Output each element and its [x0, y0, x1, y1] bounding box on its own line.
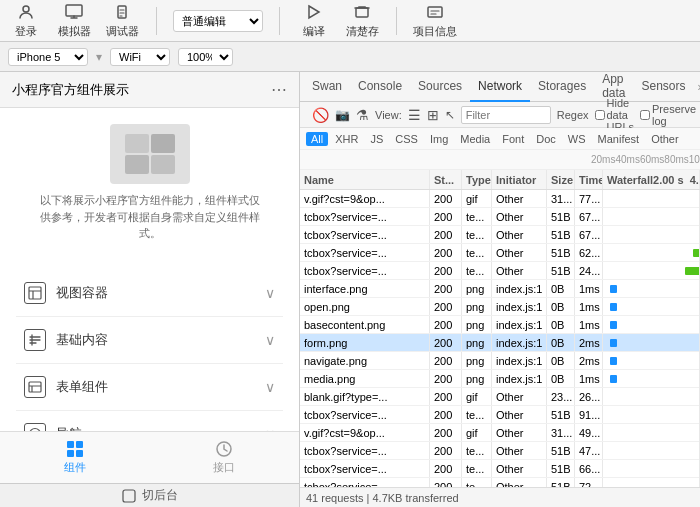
cell-type: te...	[462, 208, 492, 225]
header-status: St...	[430, 170, 462, 189]
toolbar-clear[interactable]: 清楚存	[344, 2, 380, 39]
cell-time: 67...	[575, 208, 603, 225]
table-row[interactable]: tcbox?service=... 200 te... Other 51B 24…	[300, 262, 700, 280]
header-type: Type	[462, 170, 492, 189]
menu-item-view-container[interactable]: 视图容器 ∨	[16, 270, 283, 317]
menu-item-form[interactable]: 表单组件 ∨	[16, 364, 283, 411]
table-row[interactable]: tcbox?service=... 200 te... Other 51B 67…	[300, 208, 700, 226]
table-row[interactable]: basecontent.png 200 png index.js:1 0B 1m…	[300, 316, 700, 334]
table-row[interactable]: open.png 200 png index.js:1 0B 1ms	[300, 298, 700, 316]
table-row[interactable]: tcbox?service=... 200 te... Other 51B 47…	[300, 442, 700, 460]
devtools-tab-bar: Swan Console Sources Network Storages Ap…	[300, 72, 700, 102]
table-row[interactable]: tcbox?service=... 200 te... Other 51B 91…	[300, 406, 700, 424]
header-initiator: Initiator	[492, 170, 547, 189]
table-row[interactable]: media.png 200 png index.js:1 0B 1ms	[300, 370, 700, 388]
table-row[interactable]: v.gif?cst=9&op... 200 gif Other 31... 77…	[300, 190, 700, 208]
filter-tab-ws[interactable]: WS	[563, 132, 591, 146]
debug-icon	[112, 2, 132, 22]
table-row[interactable]: tcbox?service=... 200 te... Other 51B 66…	[300, 460, 700, 478]
network-filter-input[interactable]	[461, 106, 551, 124]
cell-initiator: index.js:1	[492, 370, 547, 387]
table-row[interactable]: tcbox?service=... 200 te... Other 51B 67…	[300, 226, 700, 244]
cell-waterfall	[603, 442, 700, 460]
cell-waterfall	[603, 478, 700, 488]
cell-time: 66...	[575, 460, 603, 477]
tab-expander[interactable]: »	[694, 80, 700, 94]
tab-network[interactable]: Network	[470, 72, 530, 102]
filter-tab-xhr[interactable]: XHR	[330, 132, 363, 146]
filter-tab-css[interactable]: CSS	[390, 132, 423, 146]
cell-type: te...	[462, 406, 492, 423]
header-waterfall: Waterfall 2.00 s 4...	[603, 170, 700, 189]
tab-sources[interactable]: Sources	[410, 72, 470, 102]
cell-status: 200	[430, 244, 462, 261]
cell-waterfall	[603, 424, 700, 442]
list-view-icon[interactable]: ☰	[408, 107, 421, 123]
filter-button[interactable]: ⚗	[356, 107, 369, 123]
monitor-icon	[64, 2, 84, 22]
toolbar-sep-3	[396, 7, 397, 35]
table-row[interactable]: tcbox?service=... 200 te... Other 51B 62…	[300, 244, 700, 262]
tab-sensors[interactable]: Sensors	[634, 72, 694, 102]
table-row[interactable]: blank.gif?type=... 200 gif Other 23... 2…	[300, 388, 700, 406]
tab-storages[interactable]: Storages	[530, 72, 594, 102]
table-row[interactable]: form.png 200 png index.js:1 0B 2ms	[300, 334, 700, 352]
zoom-select[interactable]: 100%	[178, 48, 233, 66]
svg-marker-3	[309, 6, 319, 18]
cell-waterfall	[603, 280, 700, 298]
sim-placeholder: 以下将展示小程序官方组件能力，组件样式仅供参考，开发者可根据自身需求自定义组件样…	[16, 124, 283, 258]
cell-name: tcbox?service=...	[300, 226, 430, 243]
menu-item-basic-content[interactable]: 基础内容 ∨	[16, 317, 283, 364]
camera-icon: 📷	[335, 108, 350, 122]
tab-interface[interactable]: 接口	[150, 436, 300, 479]
clear-icon	[352, 2, 372, 22]
cell-size: 51B	[547, 406, 575, 423]
preserve-log-check[interactable]: Preserve log	[640, 103, 696, 127]
table-row[interactable]: navigate.png 200 png index.js:1 0B 2ms	[300, 352, 700, 370]
cell-status: 200	[430, 334, 462, 351]
bottom-status-label: 切后台	[142, 487, 178, 504]
tab-console[interactable]: Console	[350, 72, 410, 102]
network-select[interactable]: WiFi	[110, 48, 170, 66]
cell-type: gif	[462, 190, 492, 207]
filter-tab-all[interactable]: All	[306, 132, 328, 146]
network-rows-container: v.gif?cst=9&op... 200 gif Other 31... 77…	[300, 190, 700, 487]
view-container-icon	[24, 282, 46, 304]
cell-waterfall	[603, 190, 700, 208]
toolbar-sep-2	[279, 7, 280, 35]
table-row[interactable]: v.gif?cst=9&op... 200 gif Other 31... 49…	[300, 424, 700, 442]
toolbar-debugger[interactable]: 调试器	[104, 2, 140, 39]
cell-status: 200	[430, 352, 462, 369]
edit-mode-select[interactable]: 普通编辑	[173, 10, 263, 32]
tab-components[interactable]: 组件	[0, 436, 150, 479]
filter-tab-font[interactable]: Font	[497, 132, 529, 146]
svg-point-0	[23, 6, 29, 12]
filter-tab-js[interactable]: JS	[365, 132, 388, 146]
filter-tab-other[interactable]: Other	[646, 132, 684, 146]
filter-tab-media[interactable]: Media	[455, 132, 495, 146]
cell-status: 200	[430, 460, 462, 477]
filter-tab-manifest[interactable]: Manifest	[593, 132, 645, 146]
clear-network-button[interactable]: 🚫	[312, 107, 329, 123]
device-toolbar: iPhone 5 ▾ WiFi 100%	[0, 42, 700, 72]
grid-view-icon[interactable]: ⊞	[427, 107, 439, 123]
bottom-status-bar: 切后台	[0, 483, 299, 507]
toolbar-compile[interactable]: 编译	[296, 2, 332, 39]
table-row[interactable]: interface.png 200 png index.js:1 0B 1ms	[300, 280, 700, 298]
menu-item-nav[interactable]: 导航 ∨	[16, 411, 283, 432]
chevron-down-icon-2: ∨	[265, 332, 275, 348]
sim-more-icon[interactable]: ⋯	[271, 80, 287, 99]
toolbar-simulator[interactable]: 模拟器	[56, 2, 92, 39]
toolbar-project-info[interactable]: 项目信息	[413, 2, 457, 39]
filter-tab-img[interactable]: Img	[425, 132, 453, 146]
tab-swan[interactable]: Swan	[304, 72, 350, 102]
cell-status: 200	[430, 442, 462, 459]
toolbar-login[interactable]: 登录	[8, 2, 44, 39]
table-row[interactable]: tcbox?service=... 200 te... Other 51B 72…	[300, 478, 700, 487]
regex-label[interactable]: Regex	[557, 109, 589, 121]
device-select[interactable]: iPhone 5	[8, 48, 88, 66]
filter-tab-doc[interactable]: Doc	[531, 132, 561, 146]
svg-rect-13	[67, 450, 74, 457]
cell-name: tcbox?service=...	[300, 442, 430, 459]
cell-type: te...	[462, 262, 492, 279]
